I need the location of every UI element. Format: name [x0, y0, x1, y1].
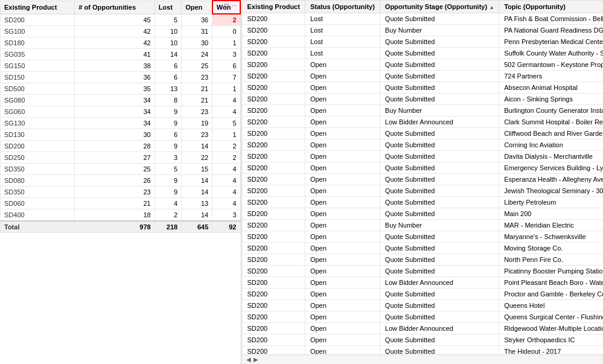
right-cell-topic: Main 200	[499, 208, 603, 220]
right-table-row: SD200 Open Quote Submitted Moving Storag…	[242, 243, 603, 254]
cell-product: SD080	[1, 175, 75, 187]
cell-open: 23	[182, 72, 212, 83]
right-table-row: SD200 Open Low Bidder Announced Point Pl…	[242, 277, 603, 289]
right-cell-product: SD200	[242, 334, 305, 346]
right-col-topic[interactable]: Topic (Opportunity)	[499, 1, 603, 13]
right-table-row: SD200 Open Buy Number Burlington County …	[242, 105, 603, 117]
right-cell-product: SD200	[242, 185, 305, 197]
left-table-row: SG035 41 14 24 3	[1, 49, 241, 60]
left-table-row: SG130 34 9 19 5	[1, 118, 241, 129]
right-cell-topic: MAR - Meridian Electric	[499, 220, 603, 231]
right-col-status[interactable]: Status (Opportunity)	[305, 1, 380, 13]
right-cell-stage: Quote Submitted	[380, 334, 499, 346]
right-cell-stage: Low Bidder Announced	[380, 323, 499, 334]
right-cell-product: SD200	[242, 48, 305, 59]
cell-won: 2	[212, 152, 240, 164]
cell-product: SD150	[1, 72, 75, 83]
right-table-row: SD200 Open Quote Submitted Main 200	[242, 208, 603, 220]
right-table-row: SD200 Open Quote Submitted North Penn Fi…	[242, 254, 603, 266]
cell-product: SD200	[1, 141, 75, 152]
right-cell-product: SD200	[242, 300, 305, 311]
cell-open: 15	[182, 164, 212, 175]
cell-won: 2	[212, 141, 240, 152]
more-icon[interactable]: ⋯	[231, 2, 237, 9]
right-cell-status: Lost	[305, 48, 380, 59]
right-cell-topic: 724 Partners	[499, 71, 603, 82]
right-table-row: SD200 Open Quote Submitted Picatinny Boo…	[242, 266, 603, 277]
cell-product: SD350	[1, 164, 75, 175]
cell-opps: 28	[75, 141, 155, 152]
right-cell-stage: Quote Submitted	[380, 243, 499, 254]
right-cell-status: Open	[305, 185, 380, 197]
cell-won: 6	[212, 60, 240, 72]
left-total-row: Total 978 218 645 92	[1, 221, 241, 233]
right-cell-topic: Moving Storage Co.	[499, 243, 603, 254]
right-cell-stage: Quote Submitted	[380, 197, 499, 208]
right-cell-stage: Quote Submitted	[380, 311, 499, 323]
right-cell-topic: Suffolk County Water Authority - SCWA - …	[499, 48, 603, 59]
right-cell-product: SD200	[242, 174, 305, 185]
right-table-row: SD200 Open Quote Submitted Esperanza Hea…	[242, 174, 603, 185]
cell-product: SG150	[1, 60, 75, 72]
right-cell-status: Open	[305, 311, 380, 323]
cell-product: SG100	[1, 26, 75, 37]
cell-won: 7	[212, 72, 240, 83]
cell-open: 14	[182, 141, 212, 152]
nav-right[interactable]: ▶	[254, 356, 258, 363]
left-table-row: SD180 42 10 30 1	[1, 37, 241, 49]
right-cell-topic: Absecon Animal Hospital	[499, 82, 603, 94]
cell-won: 1	[212, 83, 240, 95]
right-cell-topic: Proctor and Gamble - Berkeley County, WV	[499, 289, 603, 300]
right-cell-topic: PA Fish & Boat Commission - Bellefonte a…	[499, 13, 603, 25]
total-opps: 978	[75, 221, 155, 233]
cell-opps: 18	[75, 209, 155, 222]
nav-left[interactable]: ◀	[246, 356, 251, 363]
cell-product: SD400	[1, 209, 75, 222]
col-header-lost[interactable]: Lost	[155, 1, 182, 14]
right-cell-product: SD200	[242, 36, 305, 48]
right-cell-status: Open	[305, 231, 380, 243]
expand-icon[interactable]: ⊡	[224, 2, 229, 9]
right-cell-product: SD200	[242, 94, 305, 105]
col-header-open[interactable]: Open	[182, 1, 212, 14]
right-cell-product: SD200	[242, 128, 305, 139]
right-panel: Existing Product Status (Opportunity) Op…	[241, 0, 603, 364]
right-table-row: SD200 Open Quote Submitted Corning Inc A…	[242, 139, 603, 151]
cell-opps: 42	[75, 37, 155, 49]
cell-open: 19	[182, 118, 212, 129]
right-cell-product: SD200	[242, 243, 305, 254]
cell-opps: 21	[75, 198, 155, 209]
right-col-stage[interactable]: Opportunity Stage (Opportunity) ▲	[380, 1, 499, 13]
right-table-row: SD200 Open Quote Submitted Proctor and G…	[242, 289, 603, 300]
cell-opps: 41	[75, 49, 155, 60]
sort-arrow-stage: ▲	[489, 4, 494, 10]
right-cell-topic: Cliffwood Beach and River Gardens WWPS	[499, 128, 603, 139]
cell-lost: 6	[155, 72, 182, 83]
col-header-product[interactable]: Existing Product	[1, 1, 75, 14]
cell-open: 23	[182, 106, 212, 118]
right-table-row: SD200 Lost Quote Submitted PA Fish & Boa…	[242, 13, 603, 25]
right-cell-status: Open	[305, 94, 380, 105]
cell-lost: 4	[155, 198, 182, 209]
left-table-row: SD150 36 6 23 7	[1, 72, 241, 83]
cell-lost: 3	[155, 152, 182, 164]
right-cell-status: Open	[305, 197, 380, 208]
cell-won: 4	[212, 198, 240, 209]
cell-opps: 36	[75, 72, 155, 83]
right-cell-stage: Buy Number	[380, 25, 499, 36]
right-col-product[interactable]: Existing Product	[242, 1, 305, 13]
col-header-opps[interactable]: # of Opportunities	[75, 1, 155, 14]
right-cell-topic: Corning Inc Aviation	[499, 139, 603, 151]
right-cell-product: SD200	[242, 105, 305, 117]
right-cell-stage: Quote Submitted	[380, 254, 499, 266]
left-table-row: SD200 45 5 36 2	[1, 14, 241, 26]
right-cell-stage: Quote Submitted	[380, 162, 499, 174]
right-cell-product: SD200	[242, 266, 305, 277]
right-cell-topic: The Hideout - 2017	[499, 346, 603, 355]
right-cell-product: SD200	[242, 25, 305, 36]
panel-icons: ⊡ ⋯	[224, 2, 237, 9]
right-cell-stage: Quote Submitted	[380, 59, 499, 71]
cell-product: SG080	[1, 95, 75, 106]
cell-lost: 6	[155, 60, 182, 72]
right-cell-stage: Buy Number	[380, 220, 499, 231]
